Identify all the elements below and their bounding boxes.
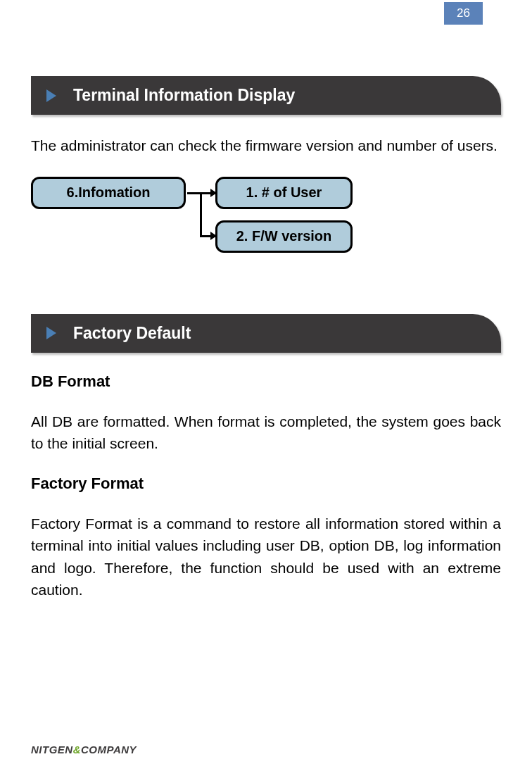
page-content: Terminal Information Display The adminis… bbox=[0, 0, 532, 601]
footer-brand-logo: NITGEN&COMPANY bbox=[31, 744, 137, 756]
arrow-right-icon bbox=[210, 189, 217, 197]
section-title: Factory Default bbox=[73, 324, 191, 342]
diagram-box-infomation: 6.Infomation bbox=[31, 177, 186, 209]
section-title: Terminal Information Display bbox=[73, 86, 295, 104]
brand-part-nitgen: NITGEN bbox=[31, 744, 73, 756]
diagram-box-num-of-user: 1. # of User bbox=[215, 177, 353, 209]
connector-line bbox=[200, 192, 202, 237]
db-format-body-text: All DB are formatted. When format is com… bbox=[31, 410, 501, 455]
factory-format-body-text: Factory Format is a command to restore a… bbox=[31, 513, 501, 601]
subheading-db-format: DB Format bbox=[31, 372, 501, 391]
brand-part-amp: & bbox=[73, 744, 81, 756]
arrow-right-icon bbox=[46, 89, 56, 102]
section-header-terminal-info: Terminal Information Display bbox=[31, 76, 501, 115]
brand-part-company: COMPANY bbox=[81, 744, 137, 756]
arrow-right-icon bbox=[210, 232, 217, 240]
subheading-factory-format: Factory Format bbox=[31, 475, 501, 493]
section1-intro-text: The administrator can check the firmware… bbox=[31, 134, 501, 157]
page-number-badge: 26 bbox=[444, 2, 483, 25]
diagram-box-fw-version: 2. F/W version bbox=[215, 220, 353, 253]
information-flow-diagram: 6.Infomation 1. # of User 2. F/W version bbox=[31, 177, 501, 275]
section-header-factory-default: Factory Default bbox=[31, 314, 501, 353]
arrow-right-icon bbox=[46, 327, 56, 339]
page-number: 26 bbox=[457, 6, 470, 20]
